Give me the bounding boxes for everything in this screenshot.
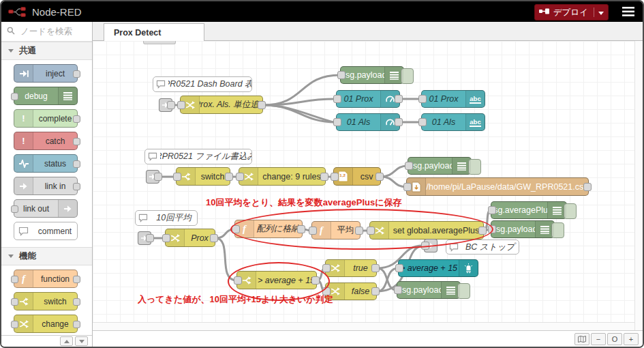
port-out[interactable]: [73, 321, 80, 328]
port-out[interactable]: [154, 173, 162, 181]
switch-node[interactable]: > average + 15: [236, 271, 317, 289]
function-node[interactable]: f 配列に格納: [234, 220, 303, 238]
comment-node[interactable]: RPR0521 ファイル書込み: [144, 149, 252, 164]
port-in[interactable]: [488, 206, 496, 214]
palette-node-status[interactable]: status: [14, 154, 78, 173]
port-in[interactable]: [11, 276, 18, 283]
zoom-out-button[interactable]: −: [591, 333, 606, 345]
palette-node-function[interactable]: f function: [14, 270, 78, 288]
change-node[interactable]: true: [325, 259, 377, 277]
comment-node[interactable]: 10回平均: [135, 210, 198, 226]
palette-search[interactable]: [1, 22, 92, 42]
port-out[interactable]: [73, 138, 80, 145]
port-in[interactable]: [232, 225, 240, 233]
port-out[interactable]: [320, 173, 328, 181]
port-in[interactable]: [405, 162, 413, 170]
debug-node[interactable]: msg.averagePlus: [491, 201, 567, 219]
vertical-scrollbar[interactable]: [634, 41, 644, 330]
led-node[interactable]: > average + 15: [398, 259, 478, 277]
port-out[interactable]: [210, 234, 218, 242]
palette-node-catch[interactable]: ! catch: [14, 132, 78, 150]
port-in[interactable]: [11, 321, 18, 328]
main-menu-button[interactable]: [622, 7, 634, 19]
palette-node-switch[interactable]: switch: [14, 292, 78, 310]
tab-prox-detect[interactable]: Prox Detect: [104, 23, 204, 41]
palette-node-debug[interactable]: debug: [14, 87, 78, 105]
link-out-node[interactable]: [424, 239, 438, 252]
debug-node[interactable]: msg.payload: [340, 66, 404, 84]
port-out[interactable]: [297, 225, 305, 233]
palette-node-change[interactable]: change: [14, 315, 78, 333]
port-in[interactable]: [322, 264, 331, 272]
port-in[interactable]: [177, 101, 185, 109]
port-in[interactable]: [333, 118, 341, 126]
deploy-caret-icon[interactable]: [598, 8, 604, 17]
port-in[interactable]: [236, 173, 244, 181]
port-out[interactable]: [371, 264, 380, 272]
ui-text-node[interactable]: 01 Als abc: [421, 113, 485, 131]
palette-category-function[interactable]: 機能: [1, 247, 92, 265]
port-out[interactable]: [73, 115, 80, 123]
switch-node[interactable]: switch: [176, 167, 230, 186]
port-out[interactable]: [73, 298, 80, 306]
palette-node-link-out[interactable]: link out: [14, 199, 78, 218]
port-out[interactable]: [73, 70, 80, 78]
change-node[interactable]: change: 9 rules: [239, 167, 326, 186]
port-out[interactable]: [73, 276, 80, 283]
port-out[interactable]: [395, 118, 403, 126]
port-in[interactable]: [309, 227, 317, 235]
change-node[interactable]: set global.averagePlus: [369, 221, 484, 240]
collapse-all-button[interactable]: [60, 336, 73, 346]
palette-node-comment[interactable]: comment: [14, 222, 78, 240]
change-node[interactable]: Prox. Als. 単位追加: [180, 96, 263, 114]
port-out[interactable]: [73, 160, 80, 168]
port-in[interactable]: [331, 173, 339, 181]
port-out[interactable]: [146, 234, 154, 242]
port-in[interactable]: [421, 242, 429, 250]
port-out[interactable]: [395, 95, 403, 103]
port-in[interactable]: [234, 276, 242, 285]
debug-node[interactable]: msg.payload: [408, 157, 472, 175]
change-node[interactable]: Prox: [165, 229, 215, 247]
deploy-button[interactable]: デプロイ: [534, 4, 609, 20]
debug-node[interactable]: msg.payload: [397, 281, 461, 299]
port-in[interactable]: [418, 118, 427, 126]
port-in[interactable]: [488, 225, 496, 233]
port-in[interactable]: [11, 298, 18, 306]
port-in[interactable]: [367, 227, 375, 235]
link-in-node[interactable]: [159, 98, 172, 112]
port-out[interactable]: [258, 101, 266, 109]
palette-category-common[interactable]: 共通: [1, 42, 92, 60]
port-out[interactable]: [583, 183, 592, 191]
debug-node[interactable]: msg.payload: [491, 220, 555, 238]
port-out[interactable]: [478, 227, 487, 235]
ui-gauge-node[interactable]: 01 Prox: [336, 90, 400, 108]
port-in[interactable]: [173, 173, 181, 181]
port-out[interactable]: [167, 101, 175, 109]
comment-node[interactable]: BC ストップ: [446, 240, 519, 255]
port-in[interactable]: [337, 71, 346, 79]
palette-node-inject[interactable]: inject: [14, 64, 78, 83]
link-in-node[interactable]: [138, 231, 151, 245]
palette-node-complete[interactable]: ! complete: [14, 109, 78, 128]
ui-text-node[interactable]: 01 Prox abc: [421, 90, 485, 108]
ui-gauge-node[interactable]: 01 Als: [336, 113, 400, 131]
port-in[interactable]: [395, 264, 403, 272]
port-in[interactable]: [333, 95, 341, 103]
port-in[interactable]: [162, 234, 170, 242]
function-node[interactable]: f 平均: [311, 221, 361, 240]
navigator-button[interactable]: [574, 333, 589, 345]
port-in[interactable]: [403, 183, 412, 191]
palette-node-link-in[interactable]: link in: [14, 177, 78, 195]
port-in[interactable]: [11, 205, 18, 213]
port-in[interactable]: [418, 95, 427, 103]
search-input[interactable]: [19, 26, 83, 37]
port-in[interactable]: [394, 286, 402, 294]
port-out[interactable]: [371, 287, 380, 295]
file-node[interactable]: /home/pi/LaPause/data/GW_RPR0521.csv: [406, 177, 589, 196]
comment-node[interactable]: RPR0521 Dash Board 表示: [153, 76, 252, 92]
expand-all-button[interactable]: [75, 336, 88, 346]
port-out[interactable]: [73, 183, 80, 190]
link-in-node[interactable]: [146, 170, 159, 184]
port-out[interactable]: [311, 276, 320, 285]
